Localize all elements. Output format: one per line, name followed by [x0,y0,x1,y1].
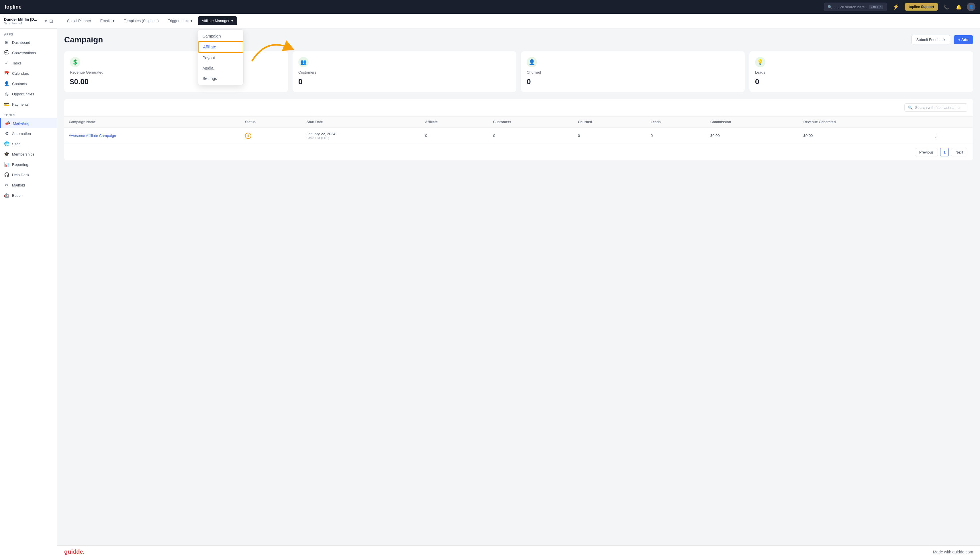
sidebar-item-reporting[interactable]: 📊 Reporting [0,159,57,169]
sidebar-item-helpdesk[interactable]: 🎧 Help Desk [0,169,57,180]
sidebar-item-butler[interactable]: 🤖 Butler [0,190,57,200]
sites-icon: 🌐 [4,141,9,146]
sidebar-collapse-button[interactable]: ⊡ [49,18,53,24]
cell-churned: 0 [573,128,646,144]
subnav-affiliate-manager[interactable]: Affiliate Manager ▾ [198,16,237,25]
table-row: Awesome Affiliate Campaign ⏸ January 22,… [64,128,973,144]
contacts-icon: 👤 [4,81,9,86]
payments-icon: 💳 [4,102,9,107]
table-search-placeholder: Search with first, last name [915,105,960,110]
workspace-location: Scranton, PA [4,21,37,25]
col-actions [928,117,973,128]
sidebar-item-automation[interactable]: ⚙ Automation [0,128,57,139]
subnav-emails[interactable]: Emails ▾ [96,16,119,25]
sidebar-item-label: Butler [12,194,22,198]
sidebar-item-label: Conversations [12,51,36,55]
subnav-trigger-links[interactable]: Trigger Links ▾ [164,16,197,25]
revenue-label: Revenue Generated [70,70,282,74]
memberships-icon: 🎓 [4,151,9,157]
dropdown-item-settings[interactable]: Settings [198,73,243,84]
butler-icon: 🤖 [4,193,9,198]
col-status: Status [240,117,302,128]
sidebar-item-label: Reporting [12,162,28,167]
sidebar-item-label: Opportunities [12,92,34,96]
dropdown-item-media[interactable]: Media [198,63,243,73]
stat-card-churned: 👤 Churned 0 [521,51,745,92]
subnav-templates[interactable]: Templates (Snippets) [120,16,163,25]
cell-status: ⏸ [240,128,302,144]
lightning-button[interactable]: ⚡ [890,3,901,11]
stat-card-customers: 👥 Customers 0 [292,51,516,92]
sidebar-item-label: Sites [12,142,20,146]
subnav-social-planner[interactable]: Social Planner [63,16,95,25]
add-button[interactable]: + Add [954,35,973,44]
app-logo: topline [5,4,21,10]
cell-commission: $0.00 [706,128,799,144]
col-campaign-name: Campaign Name [64,117,240,128]
search-bar[interactable]: 🔍 Quick search here Ctrl + K [824,3,887,11]
user-avatar[interactable]: 👤 [967,3,975,11]
sidebar-item-conversations[interactable]: 💬 Conversations [0,48,57,58]
sidebar-item-label: Tasks [12,61,21,65]
customers-label: Customers [298,70,511,74]
sidebar-item-label: Marketing [13,121,29,125]
affiliate-manager-dropdown: Campaign Affiliate Payout Media Settings [198,30,244,85]
page-actions: Submit Feedback + Add [911,35,973,44]
feedback-button[interactable]: Submit Feedback [911,35,950,44]
sidebar-item-calendars[interactable]: 📅 Calendars [0,68,57,79]
sidebar: Dunder Mifflin [D... Scranton, PA ▾ ⊡ Ap… [0,14,57,558]
sidebar-item-payments[interactable]: 💳 Payments [0,99,57,110]
churned-value: 0 [527,77,739,86]
sidebar-item-sites[interactable]: 🌐 Sites [0,139,57,149]
calendars-icon: 📅 [4,71,9,76]
helpdesk-icon: 🎧 [4,172,9,177]
revenue-icon: 💲 [70,57,80,67]
stat-card-revenue: 💲 Revenue Generated $0.00 [64,51,288,92]
table-search[interactable]: 🔍 Search with first, last name [904,103,967,112]
campaigns-table: Campaign Name Status Start Date Affiliat… [64,117,973,144]
workspace-header[interactable]: Dunder Mifflin [D... Scranton, PA ▾ ⊡ [0,14,57,29]
sidebar-item-contacts[interactable]: 👤 Contacts [0,79,57,89]
previous-button[interactable]: Previous [915,148,938,156]
dashboard-icon: ⊞ [4,40,9,45]
sidebar-item-memberships[interactable]: 🎓 Memberships [0,149,57,159]
row-menu-icon[interactable]: ⋮ [933,133,938,139]
col-revenue: Revenue Generated [799,117,928,128]
sidebar-item-opportunities[interactable]: ◎ Opportunities [0,89,57,99]
leads-value: 0 [755,77,967,86]
sidebar-item-label: Help Desk [12,173,29,177]
col-churned: Churned [573,117,646,128]
support-button[interactable]: topline Support [904,3,938,11]
reporting-icon: 📊 [4,162,9,167]
stat-card-leads: 💡 Leads 0 [749,51,973,92]
apps-section-label: Apps [0,29,57,37]
lightning-icon: ⚡ [893,4,899,10]
table-header-row: Campaign Name Status Start Date Affiliat… [64,117,973,128]
dropdown-item-campaign[interactable]: Campaign [198,31,243,41]
sidebar-item-tasks[interactable]: ✓ Tasks [0,58,57,68]
col-commission: Commission [706,117,799,128]
bell-icon-button[interactable]: 🔔 [954,3,964,11]
sidebar-item-marketing[interactable]: 📣 Marketing [0,118,57,128]
sidebar-item-mailfold[interactable]: ✉ Mailfold [0,180,57,190]
dropdown-item-payout[interactable]: Payout [198,53,243,63]
next-button[interactable]: Next [951,148,967,156]
col-affiliate: Affiliate [421,117,489,128]
campaign-link[interactable]: Awesome Affiliate Campaign [69,133,116,138]
marketing-icon: 📣 [5,121,10,126]
sidebar-item-dashboard[interactable]: ⊞ Dashboard [0,37,57,48]
sidebar-item-label: Automation [12,131,31,136]
col-customers: Customers [489,117,573,128]
cell-row-menu[interactable]: ⋮ [928,128,973,144]
status-paused-icon: ⏸ [245,133,251,139]
tasks-icon: ✓ [4,61,9,66]
current-page: 1 [940,148,949,156]
search-placeholder: Quick search here [834,5,865,9]
pagination: Previous 1 Next [64,144,973,161]
dropdown-item-affiliate[interactable]: Affiliate [198,41,243,53]
revenue-value: $0.00 [70,77,282,86]
phone-icon-button[interactable]: 📞 [942,3,951,11]
cell-campaign-name: Awesome Affiliate Campaign [64,128,240,144]
col-leads: Leads [646,117,706,128]
cell-affiliate: 0 [421,128,489,144]
